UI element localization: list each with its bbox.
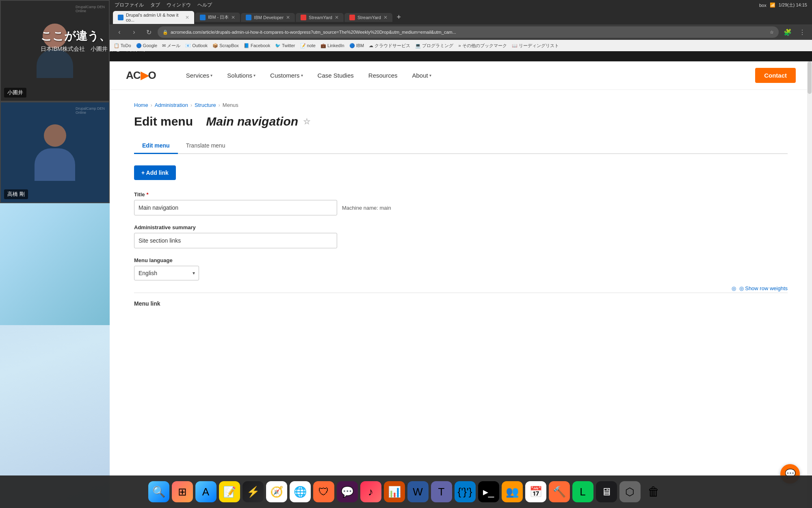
bookmark-twitter[interactable]: 🐦 Twitter [275, 43, 295, 48]
dock-calendar[interactable]: 📅 [525, 481, 546, 502]
bookmark-cloud[interactable]: ☁ クラウドサービス [369, 43, 410, 49]
nav-customers[interactable]: Customers ▾ [264, 69, 309, 82]
tab-close-ibm-jp[interactable]: ✕ [231, 15, 235, 20]
browser-tab-sy2[interactable]: StreamYard ✕ [344, 13, 392, 22]
show-row-weights-link[interactable]: ◎ ◎ Show row weights [732, 285, 788, 291]
tab-close-drupal[interactable]: ✕ [185, 15, 189, 20]
dock-vscode[interactable]: {'}'} [455, 481, 476, 502]
dock-teams[interactable]: T [431, 481, 452, 502]
dock-monitor[interactable]: 🖥 [596, 481, 617, 502]
breadcrumb: Home › Administration › Structure › Menu… [134, 102, 788, 108]
breadcrumb-sep-1: › [151, 102, 152, 108]
dock-trash[interactable]: 🗑 [643, 481, 664, 502]
menu-profile[interactable]: プロファイル [115, 2, 144, 9]
tab-close-ibm-dev[interactable]: ✕ [286, 15, 290, 20]
menu-help[interactable]: ヘルプ [197, 2, 212, 9]
tab-favicon-ibm [200, 15, 206, 20]
browser-tab-ibm-dev[interactable]: IBM Developer ✕ [241, 13, 295, 22]
dock-powerpoint[interactable]: 📊 [384, 481, 405, 502]
bookmark-other[interactable]: » その他のブックマーク [458, 43, 507, 49]
bookmark-prog[interactable]: 💻 プログラミング [415, 43, 453, 49]
dock-line[interactable]: L [572, 481, 593, 502]
language-select[interactable]: English Japanese French German [134, 266, 199, 280]
bookmark-ibm[interactable]: 🔵 IBM [349, 43, 364, 48]
form-field-title: Title * Machine name: main [134, 191, 788, 215]
bookmark-linkedin[interactable]: 💼 LinkedIn [320, 43, 344, 48]
menu-button[interactable]: ⋮ [797, 26, 808, 38]
back-button[interactable]: ‹ [114, 26, 125, 38]
tab-edit-menu[interactable]: Edit menu [134, 138, 178, 154]
box-status: box [759, 3, 767, 8]
dock-finder[interactable]: 🔍 [148, 481, 169, 502]
bookmark-mail[interactable]: ✉ メール [162, 43, 180, 49]
video-watermark-1: DrupalCamp DENOnline [76, 5, 105, 13]
nav-services[interactable]: Services ▾ [180, 69, 219, 82]
dock-contacts[interactable]: 👥 [502, 481, 523, 502]
nav-resources[interactable]: Resources [363, 69, 403, 82]
site-logo[interactable]: AC▶O [126, 69, 156, 82]
bookmark-note[interactable]: 📝 note [300, 43, 316, 48]
menu-tab[interactable]: タブ [150, 2, 160, 9]
nav-caret-customers: ▾ [301, 73, 303, 78]
dock-chrome[interactable]: 🌐 [290, 481, 311, 502]
avatar-head-2 [44, 124, 66, 147]
bookmark-scrapbox[interactable]: 📦 ScrapBox [212, 43, 239, 48]
forward-button[interactable]: › [128, 26, 140, 38]
dock-safari[interactable]: 🧭 [266, 481, 287, 502]
star-icon[interactable]: ☆ [303, 117, 310, 126]
tab-translate-menu[interactable]: Translate menu [178, 138, 234, 154]
language-select-wrapper: English Japanese French German ▾ [134, 266, 199, 280]
summary-input[interactable] [134, 233, 337, 248]
webpage-content: AC▶O Services ▾ Solutions ▾ Customers ▾ … [110, 61, 812, 508]
menu-window[interactable]: ウィンドウ [167, 2, 191, 9]
extensions-button[interactable]: 🧩 [782, 26, 793, 38]
breadcrumb-structure[interactable]: Structure [195, 102, 216, 108]
dock-vpn[interactable]: 🛡 [313, 481, 334, 502]
dock-vmpod[interactable]: ⬡ [619, 481, 641, 502]
dock-hammer[interactable]: 🔨 [549, 481, 570, 502]
page-title: Edit menu Main navigation ☆ [134, 115, 788, 128]
tab-close-sy2[interactable]: ✕ [383, 15, 388, 20]
breadcrumb-home[interactable]: Home [134, 102, 148, 108]
tab-close-sy1[interactable]: ✕ [335, 15, 339, 20]
dock-terminal[interactable]: ▸_ [478, 481, 499, 502]
bookmark-todo[interactable]: 📋 ToDo [114, 43, 131, 48]
contact-button[interactable]: Contact [755, 68, 796, 83]
scroll-thumb[interactable] [808, 61, 812, 94]
dock-launchpad[interactable]: ⊞ [172, 481, 193, 502]
dock-xcode[interactable]: ⚡ [243, 481, 264, 502]
scrollbar[interactable] [807, 61, 812, 508]
dock-slack[interactable]: 💬 [337, 481, 358, 502]
dock-music[interactable]: ♪ [360, 481, 381, 502]
nav-caret-solutions: ▾ [253, 73, 256, 78]
bookmark-icon[interactable]: ☆ [770, 30, 774, 35]
page-content-area: Home › Administration › Structure › Menu… [110, 90, 812, 319]
browser-tab-sy1[interactable]: StreamYard ✕ [296, 13, 344, 22]
reload-button[interactable]: ↻ [143, 26, 154, 38]
browser-tab-ibm-jp[interactable]: IBM - 日本 ✕ [195, 13, 240, 22]
macos-status-right: box 📶 1/29(土) 14:15 [759, 2, 807, 8]
wifi-icon: 📶 [770, 2, 775, 8]
bookmark-reading[interactable]: 📖 リーディングリスト [512, 43, 559, 49]
mac-dock: 🔍 ⊞ A 📝 ⚡ 🧭 🌐 🛡 💬 ♪ 📊 W T {'}'} ▸_ 👥 📅 🔨… [0, 475, 812, 508]
dock-appstore[interactable]: A [195, 481, 217, 502]
dock-word[interactable]: W [407, 481, 429, 502]
browser-tabs-bar: Drupal's admin UI & how it co... ✕ IBM -… [110, 10, 812, 24]
title-input[interactable] [134, 200, 337, 215]
browser-tab-drupal[interactable]: Drupal's admin UI & how it co... ✕ [113, 11, 194, 24]
url-bar[interactable]: 🔒 acromedia.com/article/drupals-admin-ui… [158, 26, 779, 38]
nav-about[interactable]: About ▾ [407, 69, 437, 82]
bookmark-outlook[interactable]: 📧 Outlook [185, 43, 208, 48]
nav-solutions[interactable]: Solutions ▾ [221, 69, 261, 82]
nav-case-studies[interactable]: Case Studies [312, 69, 359, 82]
form-field-summary: Administrative summary [134, 224, 788, 248]
tab-favicon-ibm-dev [246, 15, 251, 20]
avatar-body-2 [35, 148, 75, 181]
dock-notes[interactable]: 📝 [219, 481, 240, 502]
bookmark-facebook[interactable]: 📘 Facebook [244, 43, 270, 48]
add-link-button[interactable]: + Add link [134, 165, 176, 180]
breadcrumb-admin[interactable]: Administration [155, 102, 188, 108]
bookmark-google[interactable]: 🔵 Google [136, 43, 158, 48]
new-tab-button[interactable]: + [393, 12, 405, 23]
avatar-body [37, 50, 73, 78]
